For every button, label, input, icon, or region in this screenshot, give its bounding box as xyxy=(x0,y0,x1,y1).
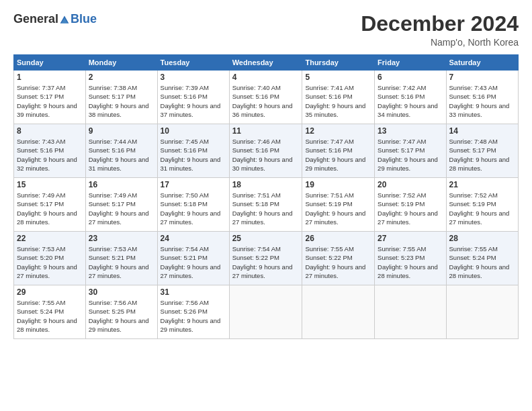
logo: General Blue xyxy=(13,12,97,26)
calendar-cell: 11Sunrise: 7:46 AMSunset: 5:16 PMDayligh… xyxy=(229,124,302,178)
calendar-header-row: SundayMondayTuesdayWednesdayThursdayFrid… xyxy=(14,55,519,71)
calendar: SundayMondayTuesdayWednesdayThursdayFrid… xyxy=(13,54,519,339)
calendar-cell: 15Sunrise: 7:49 AMSunset: 5:17 PMDayligh… xyxy=(14,178,86,232)
calendar-cell: 28Sunrise: 7:55 AMSunset: 5:24 PMDayligh… xyxy=(446,232,518,285)
day-number: 2 xyxy=(89,73,154,82)
day-number: 1 xyxy=(17,73,83,82)
day-number: 23 xyxy=(89,234,154,243)
day-number: 22 xyxy=(17,234,83,243)
day-number: 20 xyxy=(378,180,443,189)
calendar-cell: 20Sunrise: 7:52 AMSunset: 5:19 PMDayligh… xyxy=(375,178,446,232)
header-saturday: Saturday xyxy=(446,55,518,71)
day-number: 21 xyxy=(449,180,515,189)
calendar-cell xyxy=(446,285,518,339)
day-number: 16 xyxy=(89,180,154,189)
day-number: 17 xyxy=(161,180,226,189)
calendar-cell: 25Sunrise: 7:54 AMSunset: 5:22 PMDayligh… xyxy=(229,232,302,285)
calendar-cell: 2Sunrise: 7:38 AMSunset: 5:17 PMDaylight… xyxy=(85,71,157,124)
calendar-cell: 4Sunrise: 7:40 AMSunset: 5:16 PMDaylight… xyxy=(229,71,302,124)
day-number: 5 xyxy=(305,73,371,82)
page: General Blue December 2024 Namp'o, North… xyxy=(0,0,532,411)
calendar-cell: 31Sunrise: 7:56 AMSunset: 5:26 PMDayligh… xyxy=(157,285,229,339)
day-info: Sunrise: 7:48 AMSunset: 5:17 PMDaylight:… xyxy=(449,137,515,173)
calendar-cell: 9Sunrise: 7:44 AMSunset: 5:16 PMDaylight… xyxy=(85,124,157,178)
calendar-cell: 1Sunrise: 7:37 AMSunset: 5:17 PMDaylight… xyxy=(14,71,86,124)
calendar-cell xyxy=(229,285,302,339)
calendar-cell xyxy=(375,285,446,339)
logo-blue-text: Blue xyxy=(71,12,97,26)
day-number: 31 xyxy=(161,287,226,297)
header: General Blue December 2024 Namp'o, North… xyxy=(13,12,519,48)
calendar-cell: 8Sunrise: 7:43 AMSunset: 5:16 PMDaylight… xyxy=(14,124,86,178)
day-info: Sunrise: 7:47 AMSunset: 5:17 PMDaylight:… xyxy=(378,137,443,173)
header-monday: Monday xyxy=(85,55,157,71)
calendar-cell: 12Sunrise: 7:47 AMSunset: 5:16 PMDayligh… xyxy=(302,124,375,178)
day-number: 15 xyxy=(17,180,83,189)
day-info: Sunrise: 7:44 AMSunset: 5:16 PMDaylight:… xyxy=(89,137,154,173)
header-tuesday: Tuesday xyxy=(157,55,229,71)
header-sunday: Sunday xyxy=(14,55,86,71)
day-info: Sunrise: 7:55 AMSunset: 5:22 PMDaylight:… xyxy=(305,244,371,280)
month-title: December 2024 xyxy=(361,12,519,36)
day-info: Sunrise: 7:46 AMSunset: 5:16 PMDaylight:… xyxy=(232,137,300,173)
day-number: 3 xyxy=(161,73,226,82)
day-info: Sunrise: 7:54 AMSunset: 5:21 PMDaylight:… xyxy=(161,244,226,280)
day-info: Sunrise: 7:53 AMSunset: 5:21 PMDaylight:… xyxy=(89,244,154,280)
day-number: 13 xyxy=(378,126,443,136)
day-info: Sunrise: 7:55 AMSunset: 5:24 PMDaylight:… xyxy=(17,298,83,334)
day-info: Sunrise: 7:45 AMSunset: 5:16 PMDaylight:… xyxy=(161,137,226,173)
day-info: Sunrise: 7:56 AMSunset: 5:26 PMDaylight:… xyxy=(161,298,226,334)
day-info: Sunrise: 7:38 AMSunset: 5:17 PMDaylight:… xyxy=(89,83,154,119)
day-info: Sunrise: 7:43 AMSunset: 5:16 PMDaylight:… xyxy=(449,83,515,119)
day-number: 29 xyxy=(17,287,83,297)
calendar-cell: 14Sunrise: 7:48 AMSunset: 5:17 PMDayligh… xyxy=(446,124,518,178)
day-number: 8 xyxy=(17,126,83,136)
day-number: 14 xyxy=(449,126,515,136)
calendar-week-3: 15Sunrise: 7:49 AMSunset: 5:17 PMDayligh… xyxy=(14,178,519,232)
logo-general-text: General xyxy=(13,12,58,26)
calendar-week-4: 22Sunrise: 7:53 AMSunset: 5:20 PMDayligh… xyxy=(14,232,519,285)
day-info: Sunrise: 7:40 AMSunset: 5:16 PMDaylight:… xyxy=(232,83,300,119)
day-info: Sunrise: 7:37 AMSunset: 5:17 PMDaylight:… xyxy=(17,83,83,119)
calendar-cell: 29Sunrise: 7:55 AMSunset: 5:24 PMDayligh… xyxy=(14,285,86,339)
header-wednesday: Wednesday xyxy=(229,55,302,71)
day-info: Sunrise: 7:51 AMSunset: 5:19 PMDaylight:… xyxy=(305,191,371,226)
location: Namp'o, North Korea xyxy=(361,37,519,48)
calendar-cell: 30Sunrise: 7:56 AMSunset: 5:25 PMDayligh… xyxy=(85,285,157,339)
day-info: Sunrise: 7:47 AMSunset: 5:16 PMDaylight:… xyxy=(305,137,371,173)
day-info: Sunrise: 7:42 AMSunset: 5:16 PMDaylight:… xyxy=(378,83,443,119)
calendar-cell: 18Sunrise: 7:51 AMSunset: 5:18 PMDayligh… xyxy=(229,178,302,232)
calendar-cell: 10Sunrise: 7:45 AMSunset: 5:16 PMDayligh… xyxy=(157,124,229,178)
day-number: 18 xyxy=(232,180,300,189)
day-number: 25 xyxy=(232,234,300,243)
day-number: 6 xyxy=(378,73,443,82)
day-number: 10 xyxy=(161,126,226,136)
day-number: 12 xyxy=(305,126,371,136)
calendar-cell: 7Sunrise: 7:43 AMSunset: 5:16 PMDaylight… xyxy=(446,71,518,124)
day-info: Sunrise: 7:55 AMSunset: 5:24 PMDaylight:… xyxy=(449,244,515,280)
calendar-cell: 5Sunrise: 7:41 AMSunset: 5:16 PMDaylight… xyxy=(302,71,375,124)
day-number: 9 xyxy=(89,126,154,136)
calendar-cell: 6Sunrise: 7:42 AMSunset: 5:16 PMDaylight… xyxy=(375,71,446,124)
calendar-cell xyxy=(302,285,375,339)
day-info: Sunrise: 7:56 AMSunset: 5:25 PMDaylight:… xyxy=(89,298,154,334)
day-info: Sunrise: 7:43 AMSunset: 5:16 PMDaylight:… xyxy=(17,137,83,173)
day-info: Sunrise: 7:39 AMSunset: 5:16 PMDaylight:… xyxy=(161,83,226,119)
day-info: Sunrise: 7:51 AMSunset: 5:18 PMDaylight:… xyxy=(232,191,300,226)
day-info: Sunrise: 7:41 AMSunset: 5:16 PMDaylight:… xyxy=(305,83,371,119)
day-number: 24 xyxy=(161,234,226,243)
day-number: 30 xyxy=(89,287,154,297)
calendar-cell: 17Sunrise: 7:50 AMSunset: 5:18 PMDayligh… xyxy=(157,178,229,232)
logo-icon xyxy=(59,15,70,26)
day-info: Sunrise: 7:52 AMSunset: 5:19 PMDaylight:… xyxy=(449,191,515,226)
day-info: Sunrise: 7:53 AMSunset: 5:20 PMDaylight:… xyxy=(17,244,83,280)
day-number: 11 xyxy=(232,126,300,136)
day-number: 4 xyxy=(232,73,300,82)
calendar-week-5: 29Sunrise: 7:55 AMSunset: 5:24 PMDayligh… xyxy=(14,285,519,339)
calendar-week-1: 1Sunrise: 7:37 AMSunset: 5:17 PMDaylight… xyxy=(14,71,519,124)
calendar-cell: 19Sunrise: 7:51 AMSunset: 5:19 PMDayligh… xyxy=(302,178,375,232)
calendar-cell: 22Sunrise: 7:53 AMSunset: 5:20 PMDayligh… xyxy=(14,232,86,285)
calendar-cell: 3Sunrise: 7:39 AMSunset: 5:16 PMDaylight… xyxy=(157,71,229,124)
header-thursday: Thursday xyxy=(302,55,375,71)
day-info: Sunrise: 7:54 AMSunset: 5:22 PMDaylight:… xyxy=(232,244,300,280)
